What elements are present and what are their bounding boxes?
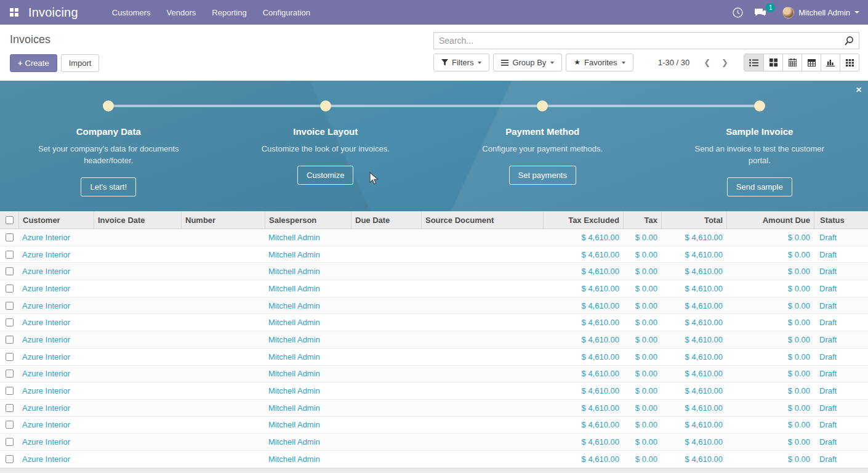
total-cell: $ 4,610.00 — [661, 455, 726, 464]
filters-dropdown[interactable]: Filters — [433, 54, 489, 71]
nav-item-vendors[interactable]: Vendors — [159, 0, 204, 25]
user-menu-name[interactable]: Mitchell Admin — [798, 8, 850, 17]
app-brand[interactable]: Invoicing — [28, 6, 78, 20]
column-header-customer[interactable]: Customer — [18, 211, 94, 228]
calendar-view-button[interactable] — [782, 54, 802, 71]
row-checkbox[interactable] — [6, 318, 14, 326]
column-header-source-document[interactable]: Source Document — [421, 211, 543, 228]
invoice-row[interactable]: Azure Interior Mitchell Admin $ 4,610.00… — [0, 331, 868, 349]
row-checkbox[interactable] — [6, 387, 14, 395]
row-checkbox[interactable] — [6, 455, 14, 463]
step-dot-icon — [103, 100, 114, 111]
invoice-row[interactable]: Azure Interior Mitchell Admin $ 4,610.00… — [0, 229, 868, 246]
invoice-row[interactable]: Azure Interior Mitchell Admin $ 4,610.00… — [0, 297, 868, 315]
row-checkbox[interactable] — [6, 251, 14, 259]
set-payments-button[interactable]: Set payments — [509, 166, 577, 185]
invoice-row[interactable]: Azure Interior Mitchell Admin $ 4,610.00… — [0, 434, 868, 451]
activities-clock-icon[interactable] — [733, 7, 743, 18]
row-checkbox[interactable] — [6, 438, 14, 446]
top-navbar: Invoicing Customers Vendors Reporting Co… — [0, 0, 868, 25]
row-checkbox[interactable] — [6, 353, 14, 361]
list-view-button[interactable] — [744, 54, 763, 71]
row-checkbox[interactable] — [6, 370, 14, 378]
column-header-number[interactable]: Number — [181, 211, 265, 228]
onboarding-step-sample-invoice: Sample Invoice Send an invoice to test t… — [651, 81, 868, 211]
customize-button[interactable]: Customize — [297, 166, 353, 185]
filter-icon — [441, 59, 448, 66]
amount-due-cell: $ 0.00 — [726, 250, 814, 259]
invoice-row[interactable]: Azure Interior Mitchell Admin $ 4,610.00… — [0, 246, 868, 264]
nav-item-reporting[interactable]: Reporting — [204, 0, 254, 25]
invoice-row[interactable]: Azure Interior Mitchell Admin $ 4,610.00… — [0, 314, 868, 331]
row-select-cell — [0, 336, 18, 344]
invoice-row[interactable]: Azure Interior Mitchell Admin $ 4,610.00… — [0, 263, 868, 280]
import-button[interactable]: Import — [61, 54, 100, 72]
row-select-cell — [0, 353, 18, 361]
column-header-amount-due[interactable]: Amount Due — [726, 211, 814, 228]
column-header-due-date[interactable]: Due Date — [351, 211, 421, 228]
pivot-view-button[interactable] — [802, 54, 821, 71]
pager: 1-30 / 30 ❮ ❯ — [658, 55, 734, 70]
messages-icon[interactable]: 1 — [754, 7, 766, 18]
amount-due-cell: $ 0.00 — [726, 352, 814, 362]
horizontal-scrollbar[interactable] — [0, 468, 868, 473]
invoice-row[interactable]: Azure Interior Mitchell Admin $ 4,610.00… — [0, 451, 868, 468]
salesperson-cell: Mitchell Admin — [265, 352, 351, 362]
amount-due-cell: $ 0.00 — [726, 386, 814, 395]
group-by-dropdown[interactable]: Group By — [493, 54, 562, 71]
row-checkbox[interactable] — [6, 421, 14, 429]
onboarding-step-company-data: Company Data Set your company's data for… — [0, 81, 217, 211]
lets-start-button[interactable]: Let's start! — [81, 177, 136, 196]
user-menu-caret-icon[interactable] — [854, 11, 859, 14]
invoice-row[interactable]: Azure Interior Mitchell Admin $ 4,610.00… — [0, 349, 868, 366]
tax-cell: $ 0.00 — [623, 233, 661, 242]
tax-cell: $ 0.00 — [623, 267, 661, 276]
activity-view-button[interactable] — [840, 54, 859, 71]
row-select-cell — [0, 302, 18, 310]
row-checkbox[interactable] — [6, 285, 14, 293]
amount-due-cell: $ 0.00 — [726, 335, 814, 344]
pager-next-button[interactable]: ❯ — [716, 55, 734, 70]
apps-menu-icon[interactable] — [0, 0, 28, 25]
step-description: Set your company's data for documents he… — [37, 143, 180, 166]
row-checkbox[interactable] — [6, 302, 14, 310]
tax-cell: $ 0.00 — [623, 301, 661, 310]
column-header-invoice-date[interactable]: Invoice Date — [94, 211, 181, 228]
close-banner-button[interactable]: ✕ — [856, 86, 862, 94]
row-checkbox[interactable] — [6, 404, 14, 412]
search-button[interactable] — [839, 36, 859, 46]
column-header-total[interactable]: Total — [661, 211, 726, 228]
create-button[interactable]: +Create — [10, 54, 57, 72]
salesperson-cell: Mitchell Admin — [265, 386, 351, 395]
row-select-cell — [0, 251, 18, 259]
pager-previous-button[interactable]: ❮ — [698, 55, 716, 70]
row-checkbox[interactable] — [6, 336, 14, 344]
nav-item-customers[interactable]: Customers — [104, 0, 159, 25]
select-all-checkbox[interactable] — [6, 216, 14, 224]
invoice-row[interactable]: Azure Interior Mitchell Admin $ 4,610.00… — [0, 366, 868, 383]
row-checkbox[interactable] — [6, 233, 14, 241]
tax-cell: $ 0.00 — [623, 455, 661, 464]
amount-due-cell: $ 0.00 — [726, 437, 814, 447]
invoice-row[interactable]: Azure Interior Mitchell Admin $ 4,610.00… — [0, 382, 868, 400]
graph-view-button[interactable] — [821, 54, 840, 71]
send-sample-button[interactable]: Send sample — [727, 177, 792, 196]
invoice-row[interactable]: Azure Interior Mitchell Admin $ 4,610.00… — [0, 417, 868, 434]
customer-cell: Azure Interior — [18, 267, 94, 276]
control-panel: Invoices +Create Import Filters Group By — [0, 25, 868, 80]
invoice-row[interactable]: Azure Interior Mitchell Admin $ 4,610.00… — [0, 280, 868, 297]
step-title: Sample Invoice — [726, 126, 793, 137]
column-header-tax[interactable]: Tax — [623, 211, 661, 228]
nav-item-configuration[interactable]: Configuration — [255, 0, 318, 25]
column-header-tax-excluded[interactable]: Tax Excluded — [543, 211, 623, 228]
favorites-dropdown[interactable]: ★ Favorites — [566, 54, 633, 71]
search-input[interactable] — [434, 36, 839, 46]
tax-excluded-cell: $ 4,610.00 — [543, 420, 623, 429]
column-header-salesperson[interactable]: Salesperson — [265, 211, 351, 228]
tax-cell: $ 0.00 — [623, 284, 661, 293]
user-avatar[interactable] — [782, 7, 794, 18]
column-header-status[interactable]: Status — [814, 211, 863, 228]
kanban-view-button[interactable] — [763, 54, 782, 71]
row-checkbox[interactable] — [6, 267, 14, 275]
invoice-row[interactable]: Azure Interior Mitchell Admin $ 4,610.00… — [0, 400, 868, 417]
